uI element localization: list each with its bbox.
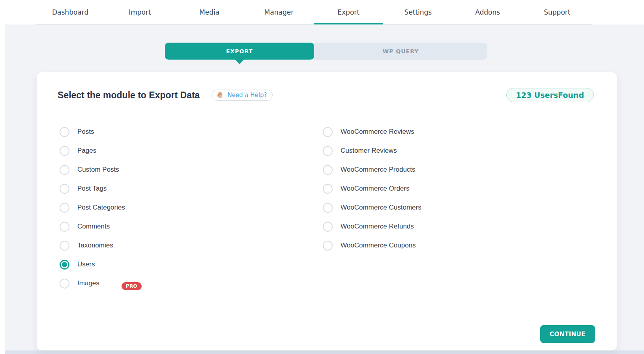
radio-button[interactable] <box>323 184 333 194</box>
active-tab-pointer-icon <box>235 60 244 64</box>
module-label[interactable]: Pages <box>77 147 96 155</box>
radio-button[interactable] <box>60 146 69 156</box>
export-mode-toggle: EXPORT WP QUERY <box>165 43 487 60</box>
tab-export[interactable]: EXPORT <box>165 43 314 60</box>
module-label[interactable]: Users <box>77 260 95 268</box>
module-row-woocommerce-customers[interactable]: WooCommerce Customers <box>323 198 421 217</box>
radio-button[interactable] <box>60 241 69 251</box>
module-label[interactable]: Post Categories <box>77 204 125 212</box>
module-label[interactable]: Custom Posts <box>77 166 119 174</box>
module-row-custom-posts[interactable]: Custom Posts <box>60 160 142 179</box>
module-row-post-tags[interactable]: Post Tags <box>60 179 142 198</box>
module-label[interactable]: WooCommerce Refunds <box>341 223 414 230</box>
nav-item-media[interactable]: Media <box>175 0 244 24</box>
module-label[interactable]: Posts <box>77 128 94 136</box>
radio-button[interactable] <box>60 127 69 137</box>
module-label[interactable]: Post Tags <box>77 185 107 193</box>
module-label[interactable]: WooCommerce Orders <box>341 185 409 193</box>
records-found-badge: 123 UsersFound <box>506 88 594 102</box>
nav-menu: DashboardImportMediaManagerExportSetting… <box>36 0 592 24</box>
tab-wp-query[interactable]: WP QUERY <box>314 43 487 60</box>
radio-button[interactable] <box>60 260 69 270</box>
module-row-posts[interactable]: Posts <box>60 122 142 141</box>
pro-badge: PRO <box>122 282 142 290</box>
module-list-left: Posts Pages Custom Posts Post Tags Post … <box>60 122 142 293</box>
nav-item-settings[interactable]: Settings <box>383 0 453 24</box>
radio-button[interactable] <box>60 279 69 288</box>
continue-button[interactable]: CONTINUE <box>540 325 595 343</box>
module-row-woocommerce-refunds[interactable]: WooCommerce Refunds <box>323 217 421 236</box>
module-row-comments[interactable]: Comments <box>60 217 142 236</box>
radio-button[interactable] <box>60 184 69 194</box>
nav-item-manager[interactable]: Manager <box>244 0 314 24</box>
nav-item-support[interactable]: Support <box>522 0 592 24</box>
module-label[interactable]: WooCommerce Reviews <box>341 128 414 136</box>
export-module-card: Select the module to Export Data Need a … <box>37 72 617 350</box>
radio-button[interactable] <box>323 241 333 251</box>
module-label[interactable]: Comments <box>77 223 110 230</box>
left-page-margin <box>0 0 5 354</box>
module-label[interactable]: Taxonomies <box>77 242 113 249</box>
raised-hand-icon <box>217 92 224 99</box>
page-title: Select the module to Export Data <box>58 90 200 101</box>
module-label[interactable]: WooCommerce Coupons <box>341 242 416 249</box>
module-label[interactable]: WooCommerce Products <box>341 166 416 174</box>
module-list-right: WooCommerce Reviews Customer Reviews Woo… <box>323 122 421 255</box>
module-row-users[interactable]: Users <box>60 255 142 274</box>
radio-button[interactable] <box>323 165 333 175</box>
nav-item-addons[interactable]: Addons <box>453 0 522 24</box>
module-row-post-categories[interactable]: Post Categories <box>60 198 142 217</box>
radio-button[interactable] <box>60 203 69 213</box>
radio-button[interactable] <box>60 165 69 175</box>
need-help-link[interactable]: Need a Help? <box>212 90 272 101</box>
nav-item-dashboard[interactable]: Dashboard <box>36 0 105 24</box>
radio-button[interactable] <box>323 127 333 137</box>
module-row-customer-reviews[interactable]: Customer Reviews <box>323 141 421 160</box>
module-row-woocommerce-orders[interactable]: WooCommerce Orders <box>323 179 421 198</box>
card-header: Select the module to Export Data Need a … <box>58 88 594 102</box>
module-row-woocommerce-coupons[interactable]: WooCommerce Coupons <box>323 236 421 255</box>
module-label[interactable]: WooCommerce Customers <box>341 204 421 212</box>
radio-button[interactable] <box>323 203 333 213</box>
bottom-page-band <box>5 350 644 354</box>
module-row-woocommerce-reviews[interactable]: WooCommerce Reviews <box>323 122 421 141</box>
need-help-label: Need a Help? <box>227 92 267 99</box>
radio-button[interactable] <box>60 222 69 232</box>
module-row-woocommerce-products[interactable]: WooCommerce Products <box>323 160 421 179</box>
radio-button[interactable] <box>323 222 333 232</box>
module-row-images[interactable]: Images PRO <box>60 274 142 293</box>
module-row-pages[interactable]: Pages <box>60 141 142 160</box>
module-label[interactable]: Customer Reviews <box>341 147 397 155</box>
module-row-taxonomies[interactable]: Taxonomies <box>60 236 142 255</box>
top-navigation-bar: DashboardImportMediaManagerExportSetting… <box>0 0 644 24</box>
nav-item-import[interactable]: Import <box>105 0 174 24</box>
module-label[interactable]: Images <box>77 279 99 287</box>
nav-item-export[interactable]: Export <box>314 0 383 24</box>
radio-button[interactable] <box>323 146 333 156</box>
